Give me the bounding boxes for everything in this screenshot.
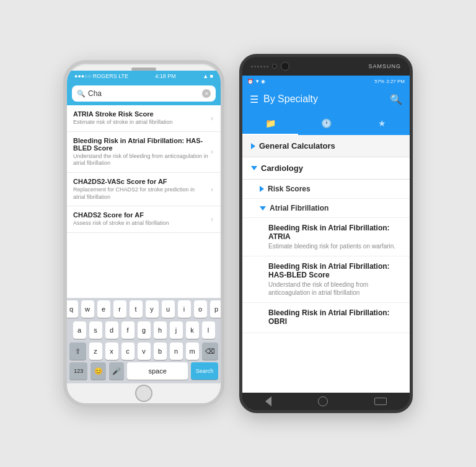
key-n[interactable]: n: [170, 343, 183, 360]
key-w[interactable]: w: [81, 300, 94, 318]
time-text: 2:27 PM: [386, 79, 405, 84]
subsection-risk-scores[interactable]: Risk Scores: [242, 180, 410, 199]
key-p[interactable]: p: [210, 300, 221, 318]
chevron-right-icon: ›: [211, 185, 213, 194]
key-l[interactable]: l: [202, 321, 215, 339]
samsung-brand: SAMSUNG: [368, 63, 401, 69]
key-123[interactable]: 123: [69, 362, 87, 380]
key-space[interactable]: space: [127, 362, 188, 380]
home-button[interactable]: [318, 396, 328, 406]
tab-browse[interactable]: 📁: [242, 111, 298, 135]
key-e[interactable]: e: [97, 300, 110, 318]
ios-results-list: ATRIA Stroke Risk Score Estimate risk of…: [67, 105, 221, 298]
samsung-nav-bar: [242, 393, 410, 410]
header-search-icon[interactable]: 🔍: [390, 94, 402, 105]
key-delete[interactable]: ⌫: [202, 343, 219, 360]
samsung-screen: ⏰ ▼ ◉ 57% 2:27 PM ☰ By Specialty 🔍 📁 🕐 ★: [242, 76, 410, 393]
status-icons: ▲ ■: [203, 73, 213, 79]
chevron-right-icon: ›: [211, 215, 213, 224]
iphone-notch: [67, 64, 221, 71]
key-m[interactable]: m: [186, 343, 199, 360]
tab-favorites-icon: ★: [378, 118, 386, 128]
key-c[interactable]: c: [121, 343, 134, 360]
key-i[interactable]: i: [178, 300, 191, 318]
key-k[interactable]: k: [186, 321, 199, 339]
samsung-cameras: [251, 62, 289, 71]
header-left: ☰ By Specialty: [250, 94, 318, 105]
keyboard-row-4: 123 😊 🎤 space Search: [67, 361, 221, 383]
samsung-tab-bar: 📁 🕐 ★: [242, 111, 410, 135]
item-title: Bleeding Risk in Atrial Fibrillation: AT…: [268, 224, 401, 241]
result-title: CHADS2 Score for AF: [73, 211, 208, 219]
key-v[interactable]: v: [138, 343, 151, 360]
back-button[interactable]: [265, 396, 271, 406]
key-z[interactable]: z: [89, 343, 102, 360]
key-b[interactable]: b: [154, 343, 167, 360]
keyboard-row-3: ⇧ z x c v b n m ⌫: [67, 340, 221, 361]
key-r[interactable]: r: [113, 300, 126, 318]
list-item[interactable]: Bleeding Risk in Atrial Fibrillation: AT…: [242, 218, 410, 256]
result-item[interactable]: ATRIA Stroke Risk Score Estimate risk of…: [67, 105, 221, 132]
subsection-title: Atrial Fibrillation: [270, 204, 328, 212]
result-title: Bleeding Risk in Atrial Fibrillation: HA…: [73, 137, 208, 152]
collapse-icon: [260, 186, 264, 192]
tab-recent[interactable]: 🕐: [298, 111, 354, 135]
key-emoji[interactable]: 😊: [90, 362, 105, 380]
status-right-icons: 57% 2:27 PM: [374, 79, 405, 84]
key-s[interactable]: s: [89, 321, 102, 339]
key-g[interactable]: g: [138, 321, 151, 339]
tab-recent-icon: 🕐: [321, 118, 332, 128]
menu-icon[interactable]: ☰: [250, 94, 258, 105]
key-u[interactable]: u: [162, 300, 175, 318]
recents-button[interactable]: [374, 398, 387, 405]
section-cardiology[interactable]: Cardiology: [242, 157, 410, 180]
result-item[interactable]: CHA2DS2-VASc Score for AF Replacement fo…: [67, 173, 221, 206]
time-text: 4:18 PM: [155, 73, 176, 79]
status-left-icons: ⏰ ▼ ◉: [247, 79, 265, 84]
list-item[interactable]: Bleeding Risk in Atrial Fibrillation: OB…: [242, 303, 410, 333]
expand-icon: [260, 206, 266, 211]
result-item[interactable]: CHADS2 Score for AF Assess risk of strok…: [67, 206, 221, 233]
subsection-title: Risk Scores: [268, 185, 311, 193]
ios-search-input[interactable]: 🔍 Cha ✕: [72, 85, 216, 102]
key-q[interactable]: q: [67, 300, 78, 318]
result-title: CHA2DS2-VASc Score for AF: [73, 178, 208, 185]
key-y[interactable]: y: [146, 300, 159, 318]
chevron-right-icon: ›: [211, 147, 213, 156]
key-a[interactable]: a: [73, 321, 86, 339]
result-desc: Replacement for CHADS2 for stroke predic…: [73, 186, 208, 201]
key-search[interactable]: Search: [191, 362, 218, 380]
section-title: Cardiology: [261, 164, 303, 173]
key-t[interactable]: t: [130, 300, 143, 318]
key-j[interactable]: j: [170, 321, 183, 339]
camera-dot: [272, 64, 277, 69]
subsection-atrial-fib[interactable]: Atrial Fibrillation: [242, 199, 410, 218]
item-title: Bleeding Risk in Atrial Fibrillation: HA…: [268, 262, 401, 279]
chevron-right-icon: ›: [211, 114, 213, 123]
key-f[interactable]: f: [121, 321, 134, 339]
home-button[interactable]: [135, 385, 152, 402]
section-title: General Calculators: [259, 141, 335, 151]
list-item[interactable]: Bleeding Risk in Atrial Fibrillation: HA…: [242, 256, 410, 303]
section-general-calculators[interactable]: General Calculators: [242, 135, 410, 157]
key-d[interactable]: d: [105, 321, 118, 339]
key-shift[interactable]: ⇧: [69, 343, 86, 360]
key-o[interactable]: o: [194, 300, 207, 318]
samsung-device: SAMSUNG ⏰ ▼ ◉ 57% 2:27 PM ☰ By Specialty…: [239, 54, 413, 413]
key-mic[interactable]: 🎤: [109, 362, 124, 380]
result-content: ATRIA Stroke Risk Score Estimate risk of…: [73, 110, 208, 126]
item-desc: Estimate bleeding risk for patients on w…: [268, 242, 401, 250]
keyboard-row-1: q w e r t y u i o p: [67, 298, 221, 319]
speaker: [251, 66, 268, 68]
result-content: CHADS2 Score for AF Assess risk of strok…: [73, 211, 208, 227]
samsung-header: ☰ By Specialty 🔍: [242, 87, 410, 111]
key-h[interactable]: h: [154, 321, 167, 339]
samsung-status-bar: ⏰ ▼ ◉ 57% 2:27 PM: [242, 76, 410, 87]
item-desc: Understand the risk of bleeding from ant…: [268, 281, 401, 297]
key-x[interactable]: x: [105, 343, 118, 360]
tab-favorites[interactable]: ★: [354, 111, 410, 135]
result-item[interactable]: Bleeding Risk in Atrial Fibrillation: HA…: [67, 132, 221, 173]
search-clear-button[interactable]: ✕: [202, 89, 211, 98]
result-content: CHA2DS2-VASc Score for AF Replacement fo…: [73, 178, 208, 201]
result-desc: Understand the risk of bleeding from ant…: [73, 153, 208, 167]
